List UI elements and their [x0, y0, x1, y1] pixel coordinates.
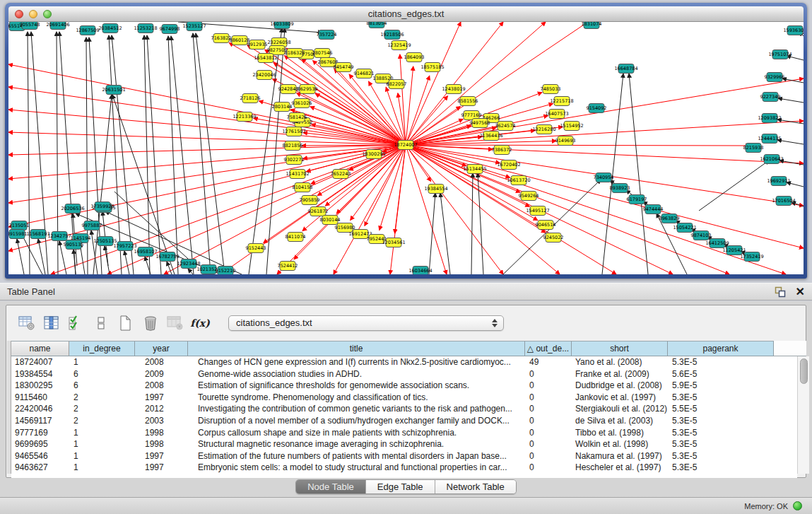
graph-node[interactable]: 3915981: [8, 230, 27, 239]
cell[interactable]: Yano et al. (2008): [572, 356, 668, 368]
table-row[interactable]: 946554611997Estimation of the future num…: [11, 450, 797, 462]
table-row[interactable]: 1872400712008Changes of HCN gene express…: [11, 356, 797, 368]
graph-node[interactable]: 16412509: [705, 239, 729, 248]
graph-node[interactable]: 19218506: [380, 30, 404, 40]
graph-node-selected[interactable]: 16720402: [497, 160, 520, 170]
column-header-short[interactable]: short: [572, 341, 668, 356]
cell[interactable]: 2: [69, 392, 135, 404]
cell[interactable]: 1998: [135, 438, 188, 450]
cell[interactable]: 18724007: [11, 356, 69, 368]
cell[interactable]: 1: [69, 438, 135, 450]
cell[interactable]: 2008: [135, 356, 188, 368]
graph-node-selected[interactable]: 6822057: [387, 80, 407, 89]
cell[interactable]: Disruption of a novel member of a sodium…: [188, 415, 525, 427]
graph-node[interactable]: 9975887: [82, 221, 102, 230]
table-options-icon[interactable]: [18, 315, 36, 332]
table-row[interactable]: 2242004622012Investigating the contribut…: [11, 403, 797, 415]
cell[interactable]: 1: [69, 356, 135, 368]
graph-node[interactable]: 7357224: [317, 30, 337, 40]
graph-node[interactable]: 8938923: [610, 184, 630, 193]
graph-node-selected[interactable]: 12215718: [550, 97, 573, 106]
cell[interactable]: 5.3E-5: [668, 427, 774, 439]
graph-node[interactable]: 15235127: [182, 22, 206, 31]
close-panel-icon[interactable]: ✕: [796, 286, 805, 298]
cell[interactable]: Structural magnetic resonance image aver…: [188, 438, 525, 450]
graph-node[interactable]: 9329966: [765, 73, 785, 82]
graph-node-selected[interactable]: 19384554: [424, 185, 447, 194]
cell[interactable]: 5.3E-5: [668, 450, 774, 462]
graph-node-selected[interactable]: 7905859: [300, 196, 320, 205]
graph-node[interactable]: 9474444: [643, 205, 664, 214]
graph-node-selected[interactable]: 2803144: [272, 103, 293, 112]
graph-node[interactable]: 9227349: [760, 93, 781, 102]
cell[interactable]: 9463627: [11, 462, 69, 474]
cell[interactable]: Genome-wide association studies in ADHD.: [188, 368, 525, 380]
graph-node-selected[interactable]: 9302271: [284, 156, 305, 165]
graph-node-selected[interactable]: 9242848: [278, 85, 299, 94]
graph-node[interactable]: 6179197: [627, 195, 647, 204]
cell[interactable]: 9777169: [11, 427, 69, 439]
column-header-name[interactable]: name: [11, 341, 69, 356]
column-header-pagerank[interactable]: pagerank: [668, 341, 774, 356]
cell[interactable]: 0: [525, 392, 572, 404]
cell[interactable]: 5.3E-5: [668, 462, 774, 474]
cell[interactable]: 2: [69, 403, 135, 415]
cell[interactable]: 6: [69, 368, 135, 380]
column-header-in_degree[interactable]: in_degree: [69, 341, 135, 356]
graph-node-selected[interactable]: 16407573: [545, 110, 568, 119]
tab-edge-table[interactable]: Edge Table: [366, 480, 435, 493]
graph-node[interactable]: 8963829: [659, 214, 680, 223]
graph-node-selected[interactable]: 15154952: [560, 122, 583, 131]
cell[interactable]: 9465546: [11, 450, 69, 462]
cell[interactable]: 1998: [135, 427, 188, 439]
cell[interactable]: Investigating the contribution of common…: [188, 403, 525, 415]
cell[interactable]: 9699695: [11, 438, 69, 450]
graph-node-selected[interactable]: 2718126: [240, 94, 261, 103]
graph-node-selected[interactable]: 8629539: [298, 85, 318, 94]
column-header-title[interactable]: title: [188, 341, 525, 356]
graph-node[interactable]: 11253218: [134, 24, 157, 33]
cell[interactable]: 5.3E-5: [668, 392, 774, 404]
graph-node[interactable]: 11568193: [26, 230, 49, 239]
graph-node[interactable]: 20384512: [98, 24, 122, 33]
show-columns-icon[interactable]: [42, 315, 61, 332]
graph-node[interactable]: 1831074: [582, 22, 602, 29]
graph-node-selected[interactable]: 15495127: [526, 206, 549, 216]
graph-node-selected[interactable]: 18575185: [420, 63, 444, 72]
graph-node[interactable]: 9674998: [160, 25, 180, 34]
cell[interactable]: Wolkin et al. (1998): [572, 438, 668, 450]
cell[interactable]: 19384554: [11, 368, 69, 380]
graph-node-selected[interactable]: 8030144: [320, 216, 341, 225]
cell[interactable]: Stergiakouli et al. (2012): [572, 403, 668, 415]
cell[interactable]: Nakamura et al. (1997): [572, 450, 668, 462]
graph-node-selected[interactable]: 9146821: [354, 69, 375, 78]
cell[interactable]: 0: [525, 438, 572, 450]
cell[interactable]: 5.9E-5: [668, 380, 774, 392]
graph-node-selected[interactable]: 15134455: [463, 165, 486, 174]
graph-node-selected[interactable]: 9361026: [292, 99, 312, 108]
cell[interactable]: Estimation of significance thresholds fo…: [188, 380, 525, 392]
graph-node-selected[interactable]: 12438019: [442, 85, 465, 94]
cell[interactable]: 1: [69, 462, 135, 474]
tab-network-table[interactable]: Network Table: [435, 480, 516, 493]
citation-graph[interactable]: 1872400771638228860128891293523226058982…: [8, 22, 804, 274]
cell[interactable]: 5.5E-5: [668, 403, 774, 415]
cell[interactable]: 2008: [135, 380, 188, 392]
graph-node[interactable]: 15054221: [673, 223, 696, 233]
network-window[interactable]: citations_edges.txt 18724007716382288601…: [5, 3, 807, 279]
cell[interactable]: 2003: [135, 415, 188, 427]
cell[interactable]: de Silva et al. (2003): [572, 415, 668, 427]
graph-node-selected[interactable]: 9046514: [536, 221, 556, 230]
cell[interactable]: Tourette syndrome. Phenomenology and cla…: [188, 392, 525, 404]
cell[interactable]: 1997: [135, 392, 188, 404]
graph-node[interactable]: 19751074: [768, 50, 792, 59]
graph-node[interactable]: 12093822: [758, 114, 781, 123]
graph-node-selected[interactable]: 9497568: [470, 119, 490, 128]
cell[interactable]: 1: [69, 427, 135, 439]
graph-node-selected[interactable]: 9152443: [246, 244, 266, 253]
cell[interactable]: 0: [525, 380, 572, 392]
select-columns-icon[interactable]: [67, 315, 86, 332]
graph-node-selected[interactable]: 8821856: [283, 141, 303, 151]
row-height-icon[interactable]: [92, 315, 110, 332]
cell[interactable]: 14569117: [11, 415, 69, 427]
